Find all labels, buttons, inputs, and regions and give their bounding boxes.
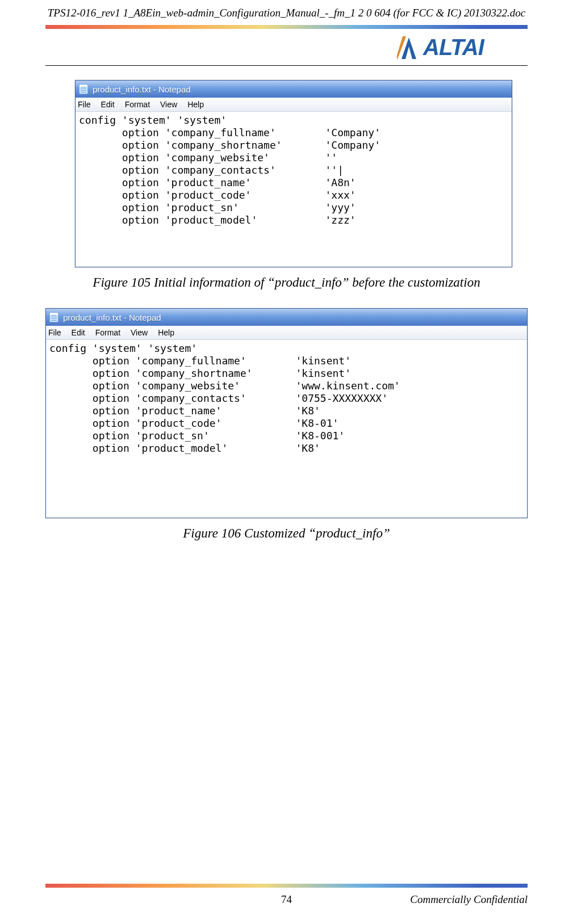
- menu-view[interactable]: View: [160, 100, 177, 109]
- doc-filename: TPS12-016_rev1 1_A8Ein_web-admin_Configu…: [45, 0, 528, 19]
- notepad-titlebar: product_info.txt - Notepad: [76, 81, 512, 98]
- notepad-menubar: File Edit Format View Help: [76, 98, 512, 112]
- notepad-window-after: product_info.txt - Notepad File Edit For…: [45, 308, 528, 518]
- figure-caption-105: Figure 105 Initial information of “produ…: [45, 275, 528, 290]
- brand-logo-icon: [397, 34, 421, 61]
- page-number: 74: [281, 893, 292, 906]
- notepad-body[interactable]: config 'system' 'system' option 'company…: [76, 112, 512, 229]
- notepad-title: product_info.txt - Notepad: [93, 85, 191, 94]
- menu-edit[interactable]: Edit: [72, 328, 85, 337]
- menu-format[interactable]: Format: [95, 328, 120, 337]
- notepad-file-icon: [79, 84, 88, 94]
- menu-file[interactable]: File: [78, 100, 91, 109]
- confidential-label: Commercially Confidential: [410, 893, 528, 906]
- brand-logo-text: ALTAI: [423, 35, 484, 60]
- figure-caption-106: Figure 106 Customized “product_info”: [45, 526, 528, 541]
- menu-help[interactable]: Help: [187, 100, 204, 109]
- notepad-menubar: File Edit Format View Help: [46, 326, 527, 340]
- notepad-file-icon: [49, 312, 58, 322]
- menu-view[interactable]: View: [131, 328, 148, 337]
- notepad-body[interactable]: config 'system' 'system' option 'company…: [46, 340, 527, 457]
- footer-gradient-rule: [45, 884, 528, 888]
- menu-edit[interactable]: Edit: [101, 100, 115, 109]
- menu-help[interactable]: Help: [158, 328, 174, 337]
- notepad-titlebar: product_info.txt - Notepad: [46, 309, 527, 326]
- notepad-window-before: product_info.txt - Notepad File Edit For…: [75, 80, 512, 267]
- menu-format[interactable]: Format: [125, 100, 150, 109]
- header-gradient-rule: [45, 25, 528, 29]
- notepad-title: product_info.txt - Notepad: [63, 313, 161, 322]
- menu-file[interactable]: File: [48, 328, 61, 337]
- brand-logo: ALTAI: [397, 32, 528, 63]
